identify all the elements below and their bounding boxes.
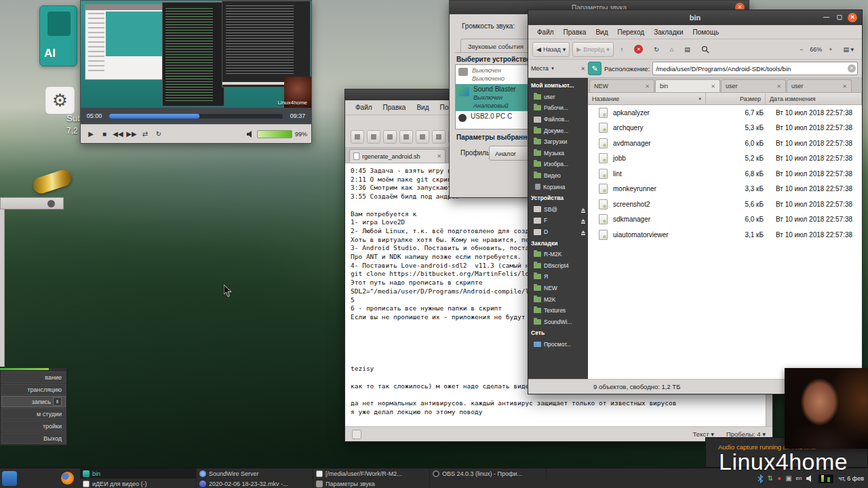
tab-rgenerate-android[interactable]: rgenerate_android.sh ✕ — [349, 149, 446, 163]
keyboard-layout-indicator[interactable]: en — [796, 476, 802, 481]
undo-icon[interactable] — [416, 130, 429, 144]
caja-titlebar[interactable]: bin — ▢ ✕ — [528, 10, 862, 25]
menu-item[interactable]: Вид — [591, 27, 612, 37]
transport-button-icon[interactable]: ■ — [98, 127, 111, 141]
tab-sound-events[interactable]: Звуковые события — [460, 39, 531, 53]
menu-item[interactable]: Вид — [412, 102, 433, 113]
reload-button[interactable]: ↻ — [650, 42, 663, 57]
seek-slider[interactable] — [109, 114, 283, 119]
menu-item[interactable]: Переход — [612, 27, 649, 37]
print-icon[interactable] — [399, 130, 413, 144]
file-row[interactable]: lint 6,8 кБ Вт 10 июл 2018 22:57:38 — [588, 166, 862, 182]
pause-icon[interactable]: Ⅱ — [53, 397, 62, 406]
close-icon[interactable]: ✕ — [776, 83, 781, 89]
applications-menu-button[interactable] — [2, 471, 17, 486]
network-traffic-icon[interactable]: ⇅ — [768, 475, 773, 482]
sidebar-item[interactable]: Музыка — [528, 148, 588, 159]
column-size[interactable]: Размер — [706, 93, 766, 104]
eject-icon[interactable] — [581, 219, 585, 222]
sort-arrow-icon[interactable]: ▾ — [698, 96, 701, 102]
maximize-icon[interactable]: ▢ — [836, 14, 842, 20]
zoom-out-button[interactable]: − — [795, 42, 807, 57]
minimize-icon[interactable]: — — [823, 14, 829, 20]
column-date[interactable]: Дата изменения — [766, 93, 862, 104]
browser-tab[interactable]: user ✕ — [721, 79, 786, 92]
menu-item[interactable]: Файл — [351, 102, 377, 113]
menu-item[interactable]: Файл — [532, 27, 559, 37]
taskbar-window-button[interactable]: иДЕИ для видео (-) — [80, 479, 197, 488]
save-icon[interactable] — [383, 130, 397, 144]
obs-button[interactable]: вание — [1, 371, 66, 383]
sidebar-item[interactable]: Загрузки — [528, 136, 588, 148]
statusbar-toggle-icon[interactable] — [352, 430, 361, 439]
volume-tray-icon[interactable] — [806, 474, 814, 483]
redo-icon[interactable] — [432, 130, 446, 144]
record-indicator-icon[interactable]: ● — [777, 475, 781, 482]
close-sidebar-icon[interactable]: ✕ — [580, 66, 585, 72]
obs-button[interactable]: м студии — [1, 408, 66, 420]
offscreen-window-titlebar[interactable] — [0, 197, 64, 209]
transport-button-icon[interactable]: ▶▶ — [125, 127, 138, 141]
obs-button[interactable]: тройки — [1, 420, 66, 432]
file-row[interactable]: avdmanager 6,0 кБ Вт 10 июл 2018 22:57:3… — [588, 136, 862, 151]
sidebar-item[interactable]: Закладки — [528, 237, 588, 249]
places-header[interactable]: Места ▾ ✕ — [528, 65, 588, 72]
browser-tab[interactable]: user ✕ — [787, 79, 852, 92]
sidebar-item[interactable]: Докуме... — [528, 125, 588, 136]
video-preview[interactable]: Linux4home — [81, 1, 311, 108]
sidebar-item[interactable]: Устройства — [528, 192, 588, 204]
menu-item[interactable]: Помощь — [688, 27, 724, 37]
sidebar-item[interactable]: DBscript4 — [528, 260, 588, 272]
bluetooth-icon[interactable] — [757, 474, 764, 483]
taskbar-window-button[interactable]: [/media/user/F/Work/R-M2... — [313, 468, 430, 479]
browser-tab[interactable]: bin ✕ — [655, 79, 720, 92]
sidebar-item[interactable]: Просмот... — [528, 339, 588, 350]
taskbar-window-button[interactable]: Параметры звука — [313, 479, 430, 488]
close-icon[interactable]: ✕ — [645, 83, 650, 89]
taskbar-window-button[interactable]: SoundWire Server — [197, 468, 313, 479]
taskbar-window-button[interactable]: OBS 24.0.3 (linux) - Профи... — [430, 468, 547, 479]
location-input[interactable] — [652, 62, 858, 75]
file-row[interactable]: uiautomatorviewer 3,1 кБ Вт 10 июл 2018 … — [588, 227, 862, 243]
obs-button[interactable]: трансляцию — [1, 384, 66, 395]
file-row[interactable]: apkanalyzer 6,7 кБ Вт 10 июл 2018 22:57:… — [588, 105, 862, 121]
edit-location-button[interactable]: ✎ — [588, 62, 601, 75]
sidebar-item[interactable]: Рабочи... — [528, 102, 588, 114]
desktop-icon-al[interactable]: Al — [39, 5, 77, 66]
sidebar-item[interactable]: user — [528, 92, 588, 103]
home-button[interactable]: ⌂ — [666, 42, 677, 57]
eject-icon[interactable] — [581, 208, 585, 211]
menu-item[interactable]: Правка — [559, 27, 591, 37]
obs-button[interactable]: Выход — [1, 432, 66, 444]
clock[interactable]: чт, 6 фев — [838, 475, 864, 482]
sidebar-item[interactable]: Файлов... — [528, 114, 588, 125]
transport-button-icon[interactable]: ↻ — [153, 127, 165, 141]
sidebar-item[interactable]: D — [528, 226, 588, 238]
back-button[interactable]: ◀Назад▾ — [532, 42, 570, 57]
taskbar-window-button[interactable]: 2020-02-06 18-23-32.mkv -... — [197, 479, 313, 488]
sidebar-item[interactable]: Я — [528, 271, 588, 283]
sidebar-item[interactable]: Textures — [528, 305, 588, 317]
close-icon[interactable]: ✕ — [711, 83, 715, 89]
sidebar-item[interactable]: SB@ — [528, 204, 588, 216]
transport-button-icon[interactable]: ▶ — [85, 127, 97, 141]
file-row[interactable]: sdkmanager 6,0 кБ Вт 10 июл 2018 22:57:3… — [588, 212, 862, 228]
transport-button-icon[interactable]: ◀◀ — [112, 127, 124, 141]
new-file-icon[interactable] — [351, 130, 364, 144]
desktop-icon-settings[interactable]: ⚙ — [45, 86, 75, 115]
close-icon[interactable]: ✕ — [437, 153, 441, 159]
zoom-in-button[interactable]: + — [825, 42, 836, 57]
sidebar-item[interactable]: Видео — [528, 170, 588, 182]
up-button[interactable]: ↑ — [616, 42, 628, 57]
transport-button-icon[interactable]: ⇄ — [139, 127, 151, 141]
sidebar-item[interactable]: R-M2K — [528, 249, 588, 260]
sidebar-item[interactable]: M2K — [528, 293, 588, 305]
computer-button[interactable]: ▤ — [680, 42, 694, 57]
menu-item[interactable]: Закладки — [649, 27, 688, 37]
obs-button[interactable]: запись Ⅱ — [1, 396, 66, 407]
sidebar-item[interactable]: NEW — [528, 283, 588, 294]
volume-slider[interactable] — [257, 130, 292, 138]
clear-location-icon[interactable]: ✕ — [848, 64, 856, 73]
browser-tab[interactable]: NEW ✕ — [589, 79, 654, 92]
open-file-icon[interactable] — [367, 130, 380, 144]
